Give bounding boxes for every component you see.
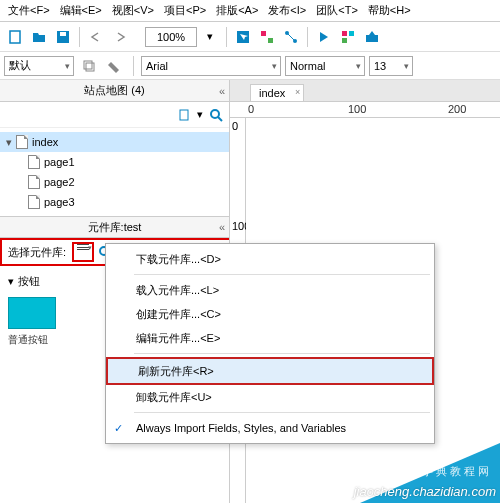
ruler-horizontal: 0 100 200 — [230, 102, 500, 118]
separator — [133, 56, 134, 76]
menu-unload-library[interactable]: 卸载元件库<U> — [106, 385, 434, 409]
canvas-tab-index[interactable]: index × — [250, 84, 304, 101]
library-title: 元件库:test — [88, 220, 142, 235]
chevron-down-icon: ▾ — [8, 275, 14, 288]
menu-arrange[interactable]: 排版<A> — [212, 1, 262, 20]
publish-icon[interactable] — [361, 26, 383, 48]
menu-separator — [134, 412, 430, 413]
redo-icon[interactable] — [109, 26, 131, 48]
svg-rect-14 — [86, 63, 94, 71]
separator — [226, 27, 227, 47]
sitemap-tools: ▾ — [0, 102, 229, 128]
separator — [79, 27, 80, 47]
tree-item-page2[interactable]: page2 — [0, 172, 229, 192]
new-file-icon[interactable] — [4, 26, 26, 48]
svg-rect-12 — [366, 35, 378, 42]
style-combo[interactable]: 默认 — [4, 56, 74, 76]
svg-line-8 — [287, 33, 295, 41]
watermark-text-2: jiaocheng.chazidian.com — [354, 484, 496, 499]
library-menu-button[interactable] — [72, 242, 94, 262]
open-folder-icon[interactable] — [28, 26, 50, 48]
menu-download-library[interactable]: 下载元件库...<D> — [106, 247, 434, 271]
menu-help[interactable]: 帮助<H> — [364, 1, 415, 20]
collapse-icon[interactable]: « — [219, 221, 225, 233]
ruler-mark: 0 — [248, 103, 254, 115]
svg-rect-4 — [261, 31, 266, 36]
preview-icon[interactable] — [313, 26, 335, 48]
menu-separator — [134, 353, 430, 354]
menu-create-library[interactable]: 创建元件库...<C> — [106, 302, 434, 326]
svg-rect-0 — [10, 31, 20, 43]
close-icon[interactable]: × — [295, 87, 300, 97]
font-family-combo[interactable]: Arial — [141, 56, 281, 76]
page-icon — [28, 195, 40, 209]
ruler-mark: 100 — [348, 103, 366, 115]
tree-label: page1 — [44, 156, 75, 168]
library-header: 元件库:test « — [0, 216, 229, 238]
tree-label: index — [32, 136, 58, 148]
ruler-mark: 200 — [448, 103, 466, 115]
add-folder-icon[interactable]: ▾ — [197, 108, 203, 121]
connector-icon[interactable] — [280, 26, 302, 48]
search-icon[interactable] — [209, 108, 223, 122]
menu-file[interactable]: 文件<F> — [4, 1, 54, 20]
menu-label: Always Import Fields, Styles, and Variab… — [136, 422, 346, 434]
menu-always-import[interactable]: ✓ Always Import Fields, Styles, and Vari… — [106, 416, 434, 440]
svg-rect-11 — [342, 38, 347, 43]
collapse-icon[interactable]: « — [219, 85, 225, 97]
menu-team[interactable]: 团队<T> — [312, 1, 362, 20]
svg-rect-5 — [268, 38, 273, 43]
svg-rect-2 — [60, 32, 66, 36]
menu-project[interactable]: 项目<P> — [160, 1, 210, 20]
tree-label: page3 — [44, 196, 75, 208]
font-size-combo[interactable]: 13 — [369, 56, 413, 76]
menu-edit[interactable]: 编辑<E> — [56, 1, 106, 20]
ruler-mark: 0 — [232, 120, 238, 132]
tree-root-index[interactable]: ▾ index — [0, 132, 229, 152]
sitemap-title: 站点地图 (4) — [84, 83, 145, 98]
copy-style-icon[interactable] — [78, 55, 100, 77]
add-page-icon[interactable] — [177, 108, 191, 122]
format-toolbar: 默认 Arial Normal 13 — [0, 52, 500, 80]
tree-label: page2 — [44, 176, 75, 188]
library-selector-label: 选择元件库: — [6, 245, 68, 260]
menu-bar: 文件<F> 编辑<E> 视图<V> 项目<P> 排版<A> 发布<I> 团队<T… — [0, 0, 500, 22]
crop-icon[interactable] — [256, 26, 278, 48]
separator — [307, 27, 308, 47]
check-icon: ✓ — [114, 422, 123, 435]
tree-item-page3[interactable]: page3 — [0, 192, 229, 212]
svg-rect-15 — [180, 110, 188, 120]
page-icon — [28, 155, 40, 169]
sitemap-tree: ▾ index page1 page2 page3 — [0, 128, 229, 216]
svg-rect-13 — [84, 61, 92, 69]
select-mode-icon[interactable] — [232, 26, 254, 48]
tree-item-page1[interactable]: page1 — [0, 152, 229, 172]
menu-edit-library[interactable]: 编辑元件库...<E> — [106, 326, 434, 350]
paint-icon[interactable] — [104, 55, 126, 77]
watermark-text-1: 脚字典教程网 — [408, 464, 492, 479]
zoom-level[interactable]: 100% — [145, 27, 197, 47]
menu-refresh-library[interactable]: 刷新元件库<R> — [106, 357, 434, 385]
widget-button-preview[interactable] — [8, 297, 56, 329]
main-toolbar: 100% ▾ — [0, 22, 500, 52]
share-icon[interactable] — [337, 26, 359, 48]
page-icon — [28, 175, 40, 189]
sitemap-header: 站点地图 (4) « — [0, 80, 229, 102]
font-weight-combo[interactable]: Normal — [285, 56, 365, 76]
canvas-tab-bar: index × — [230, 80, 500, 102]
section-label: 按钮 — [18, 274, 40, 289]
menu-publish[interactable]: 发布<I> — [264, 1, 310, 20]
undo-icon[interactable] — [85, 26, 107, 48]
svg-line-17 — [218, 117, 222, 121]
menu-view[interactable]: 视图<V> — [108, 1, 158, 20]
save-icon[interactable] — [52, 26, 74, 48]
svg-point-16 — [211, 110, 219, 118]
library-context-menu: 下载元件库...<D> 载入元件库...<L> 创建元件库...<C> 编辑元件… — [105, 243, 435, 444]
page-icon — [16, 135, 28, 149]
menu-separator — [134, 274, 430, 275]
svg-rect-10 — [349, 31, 354, 36]
menu-load-library[interactable]: 载入元件库...<L> — [106, 278, 434, 302]
tab-label: index — [259, 87, 285, 99]
zoom-dropdown-icon[interactable]: ▾ — [199, 26, 221, 48]
svg-rect-9 — [342, 31, 347, 36]
